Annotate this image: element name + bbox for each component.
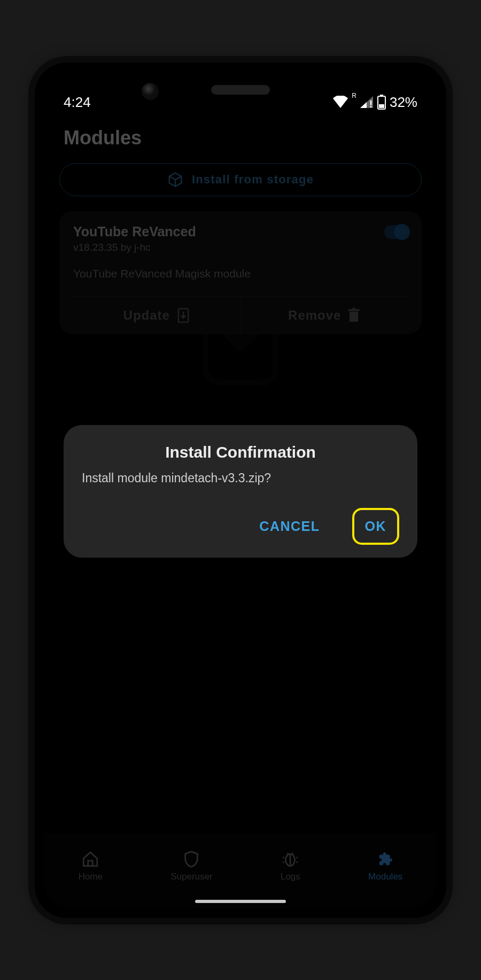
signal-icon: !: [360, 96, 374, 109]
roaming-indicator: R: [352, 92, 356, 99]
front-camera: [142, 83, 159, 100]
svg-text:!: !: [369, 99, 373, 109]
device-frame: 4:24 R ! 32% Modules Install from storag…: [35, 63, 446, 918]
home-indicator[interactable]: [195, 900, 286, 903]
dialog-title: Install Confirmation: [82, 443, 399, 461]
dialog-message: Install module mindetach-v3.3.zip?: [82, 471, 399, 485]
status-time: 4:24: [64, 94, 91, 111]
cancel-button[interactable]: CANCEL: [249, 510, 330, 543]
svg-rect-3: [379, 104, 384, 108]
battery-icon: [377, 95, 386, 110]
wifi-icon: [332, 96, 348, 109]
app-content: Modules Install from storage YouTube ReV…: [44, 115, 437, 908]
battery-percent: 32%: [390, 94, 417, 111]
install-confirmation-dialog: Install Confirmation Install module mind…: [64, 425, 417, 558]
svg-rect-2: [380, 95, 383, 96]
status-right: R ! 32%: [332, 94, 417, 111]
ok-button[interactable]: OK: [352, 508, 400, 545]
screen: 4:24 R ! 32% Modules Install from storag…: [44, 72, 437, 908]
earpiece-speaker: [211, 85, 270, 95]
